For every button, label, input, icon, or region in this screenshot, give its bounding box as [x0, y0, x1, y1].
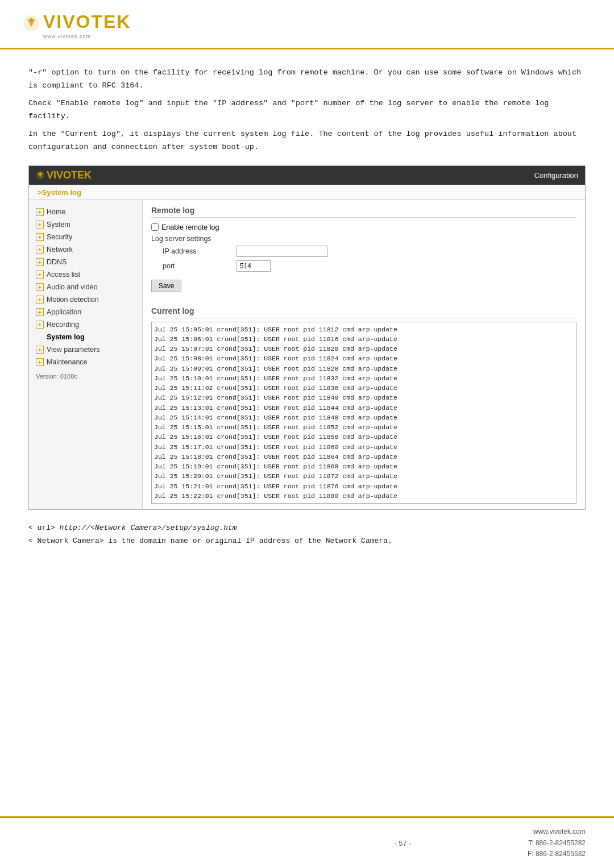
plus-icon-view-params: +: [36, 346, 44, 354]
sidebar-label-audio-video: Audio and video: [47, 283, 98, 291]
log-box[interactable]: Jul 25 15:05:01 crond[351]: USER root pi…: [151, 322, 576, 504]
config-panel-header: VIVOTEK Configuration: [29, 166, 585, 185]
sidebar-label-system-log: System log: [47, 333, 85, 341]
log-line: Jul 25 15:20:01 crond[351]: USER root pi…: [154, 471, 574, 481]
remote-log-section: Remote log Enable remote log Log server …: [151, 206, 576, 298]
plus-icon-security: +: [36, 233, 44, 241]
ip-address-input[interactable]: [237, 246, 327, 257]
intro-para3: In the "Current log", it displays the cu…: [28, 128, 586, 154]
log-line: Jul 25 15:13:01 crond[351]: USER root pi…: [154, 403, 574, 413]
plus-icon-home: +: [36, 208, 44, 216]
sidebar-label-ddns: DDNS: [47, 258, 67, 266]
config-body: + Home + System + Security + Network +: [29, 200, 585, 509]
intro-para2: Check "Enable remote log" and input the …: [28, 97, 586, 123]
breadcrumb: >System log: [38, 188, 81, 197]
intro-section: "-r" option to turn on the facility for …: [28, 67, 586, 154]
svg-point-5: [39, 172, 42, 175]
sidebar-item-view-parameters[interactable]: + View parameters: [29, 343, 142, 356]
enable-remote-log-checkbox[interactable]: [151, 223, 159, 231]
logo-subtitle: www.vivotek.com: [43, 34, 91, 39]
log-line: Jul 25 15:22:01 crond[351]: USER root pi…: [154, 491, 574, 501]
footer-contact: www.vivotek.com T: 886-2-82455282 F: 886…: [528, 827, 586, 859]
config-title: Configuration: [534, 171, 578, 180]
log-line: Jul 25 15:21:01 crond[351]: USER root pi…: [154, 481, 574, 491]
log-line: Jul 25 15:09:01 crond[351]: USER root pi…: [154, 364, 574, 373]
log-line: Jul 25 15:12:01 crond[351]: USER root pi…: [154, 393, 574, 402]
log-line: Jul 25 15:14:01 crond[351]: USER root pi…: [154, 413, 574, 422]
log-line: Jul 25 15:10:01 crond[351]: USER root pi…: [154, 373, 574, 383]
sidebar-label-home: Home: [47, 208, 65, 216]
url-value: http://<Network Camera>/setup/syslog.htm: [60, 524, 237, 532]
plus-icon-recording: +: [36, 321, 44, 329]
log-line: Jul 25 15:16:01 crond[351]: USER root pi…: [154, 432, 574, 442]
sidebar-label-recording: Recording: [47, 321, 79, 329]
plus-icon-access-list: +: [36, 271, 44, 279]
footer-phone: T: 886-2-82455282: [528, 838, 586, 849]
log-line: Jul 25 15:18:01 crond[351]: USER root pi…: [154, 452, 574, 462]
plus-icon-system: +: [36, 221, 44, 229]
current-log-title: Current log: [151, 306, 576, 318]
vivotek-logo-icon: [23, 15, 40, 32]
panel-logo-icon: [36, 171, 45, 180]
page-header: VIVOTEK www.vivotek.com: [0, 0, 614, 49]
plus-icon-motion: +: [36, 296, 44, 304]
url-section: < url> http://<Network Camera>/setup/sys…: [28, 521, 586, 548]
logo-area: VIVOTEK www.vivotek.com: [23, 11, 131, 39]
ip-address-row: IP address: [163, 246, 576, 257]
panel-logo: VIVOTEK: [36, 169, 92, 181]
config-panel: VIVOTEK Configuration >System log + Home…: [28, 165, 586, 510]
log-line: Jul 25 15:07:01 crond[351]: USER root pi…: [154, 344, 574, 354]
main-content: Remote log Enable remote log Log server …: [143, 200, 585, 509]
plus-icon-ddns: +: [36, 258, 44, 266]
sidebar-label-view-params: View parameters: [47, 346, 100, 354]
sidebar-label-system: System: [47, 221, 70, 229]
sidebar: + Home + System + Security + Network +: [29, 200, 143, 509]
log-line: Jul 25 15:15:01 crond[351]: USER root pi…: [154, 422, 574, 432]
sidebar-item-home[interactable]: + Home: [29, 206, 142, 218]
port-label: port: [163, 262, 237, 270]
page-body: "-r" option to turn on the facility for …: [0, 49, 614, 811]
sidebar-label-motion: Motion detection: [47, 296, 99, 304]
sidebar-label-security: Security: [47, 233, 72, 241]
sidebar-label-application: Application: [47, 308, 81, 316]
save-button[interactable]: Save: [151, 280, 181, 292]
plus-icon-network: +: [36, 246, 44, 254]
sidebar-item-audio-video[interactable]: + Audio and video: [29, 281, 142, 293]
sidebar-item-recording[interactable]: + Recording: [29, 318, 142, 331]
remote-log-title: Remote log: [151, 206, 576, 218]
sidebar-item-access-list[interactable]: + Access list: [29, 268, 142, 281]
sidebar-item-system-log[interactable]: System log: [29, 331, 142, 343]
page-number: - 57 -: [278, 839, 528, 848]
log-line: Jul 25 15:06:01 crond[351]: USER root pi…: [154, 334, 574, 344]
sidebar-item-ddns[interactable]: + DDNS: [29, 256, 142, 268]
footer-fax: F: 886-2-82455532: [528, 849, 586, 859]
plus-icon-maintenance: +: [36, 358, 44, 366]
port-input[interactable]: [237, 260, 271, 272]
url-line2: < Network Camera> is the domain name or …: [28, 534, 586, 547]
sidebar-version: Version: 0100c: [29, 368, 142, 384]
current-log-section: Current log Jul 25 15:05:01 crond[351]: …: [151, 306, 576, 504]
log-line: Jul 25 15:23:01 crond[351]: USER root pi…: [154, 501, 574, 504]
sidebar-item-network[interactable]: + Network: [29, 243, 142, 256]
enable-remote-log-row: Enable remote log: [151, 223, 576, 231]
plus-icon-audio-video: +: [36, 283, 44, 291]
log-line: Jul 25 15:05:01 crond[351]: USER root pi…: [154, 325, 574, 334]
page-footer: - 57 - www.vivotek.com T: 886-2-82455282…: [0, 816, 614, 868]
sidebar-label-maintenance: Maintenance: [47, 358, 88, 366]
port-row: port: [163, 260, 576, 272]
log-line: Jul 25 15:11:02 crond[351]: USER root pi…: [154, 383, 574, 393]
sidebar-item-application[interactable]: + Application: [29, 306, 142, 318]
sidebar-item-maintenance[interactable]: + Maintenance: [29, 356, 142, 368]
log-server-settings-label: Log server settings: [151, 235, 576, 243]
sidebar-item-system[interactable]: + System: [29, 218, 142, 231]
breadcrumb-bar: >System log: [29, 185, 585, 200]
footer-website: www.vivotek.com: [528, 827, 586, 837]
intro-para1: "-r" option to turn on the facility for …: [28, 67, 586, 93]
sidebar-item-security[interactable]: + Security: [29, 231, 142, 243]
url-prefix: < url>: [28, 524, 60, 532]
logo: VIVOTEK: [23, 11, 131, 32]
url-line1: < url> http://<Network Camera>/setup/sys…: [28, 521, 586, 534]
enable-remote-log-label: Enable remote log: [161, 223, 219, 231]
sidebar-label-network: Network: [47, 246, 73, 254]
sidebar-item-motion-detection[interactable]: + Motion detection: [29, 293, 142, 306]
